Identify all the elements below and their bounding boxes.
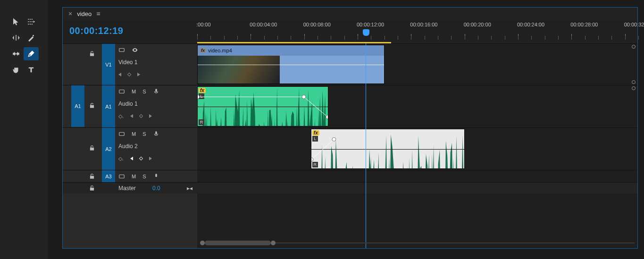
timeline-panel: × video ≡ 00:00:12:19 :00:0000:00:0 [62,7,638,249]
track-lane-a2[interactable]: fx L R [197,127,637,170]
add-keyframe-icon[interactable] [139,157,143,160]
ripple-edit-tool[interactable] [8,31,24,44]
selection-tool[interactable] [8,15,24,28]
sequence-tab[interactable]: video [77,10,92,17]
time-ruler[interactable]: :00:0000:00:04:0000:00:08:0000:00:12:000… [197,20,637,43]
track-target-v1[interactable]: V1 [102,44,115,85]
track-marker[interactable] [632,80,636,84]
hand-tool[interactable] [8,63,24,76]
tool-palette [0,0,48,259]
pen-tool[interactable] [24,47,39,60]
master-label: Master [118,185,136,192]
ruler-label: :00:00 [196,22,211,27]
svg-rect-1 [119,90,125,93]
eye-icon[interactable] [132,47,138,53]
lock-icon[interactable] [89,102,95,110]
track-marker[interactable] [632,86,636,90]
close-icon[interactable]: × [68,10,72,17]
zoom-handle-left[interactable] [200,241,205,245]
track-headers: V1 Video 1 A1 A1 [63,43,197,248]
slip-tool[interactable] [8,47,24,60]
sync-lock-icon[interactable] [118,131,125,137]
mute-toggle[interactable]: M [132,131,136,137]
audio-clip-a2[interactable]: fx L R [311,129,465,169]
solo-toggle[interactable]: S [142,89,146,94]
track-name-v1[interactable]: Video 1 [118,56,194,68]
razor-tool[interactable] [24,31,39,44]
track-target-a1[interactable]: A1 [102,85,115,127]
lock-icon[interactable] [89,145,95,153]
svg-rect-3 [119,175,125,178]
voiceover-icon[interactable] [153,173,159,180]
timeline-header: 00:00:12:19 :00:0000:00:04:0000:00:08:00… [63,20,637,43]
solo-toggle[interactable]: S [142,131,146,137]
ruler-label: 00:00:24:00 [517,22,544,27]
ruler-label: 00:00:28:00 [570,22,598,27]
next-keyframe-icon[interactable] [149,157,152,160]
sync-lock-icon[interactable] [118,88,125,95]
lock-icon[interactable] [89,185,95,193]
next-keyframe-icon[interactable] [149,114,152,118]
source-patch-a1[interactable]: A1 [71,85,84,127]
playhead-timecode[interactable]: 00:00:12:19 [69,25,123,36]
scrollbar-thumb[interactable] [205,241,271,245]
track-name-a2[interactable]: Audio 2 [118,140,194,152]
ruler-label: 00:00:16:00 [410,22,437,27]
panel-tabbar: × video ≡ [63,8,637,20]
prev-keyframe-icon[interactable] [118,73,121,76]
fx-badge: fx [200,48,206,53]
clip-thumbnail [198,56,280,84]
ruler-label: 00:00:08:00 [303,22,331,27]
volume-rubber-band[interactable] [311,129,464,169]
track-header-v1: V1 Video 1 [63,43,197,85]
mute-toggle[interactable]: M [132,174,136,179]
voiceover-icon[interactable] [153,131,159,137]
type-tool[interactable] [24,63,39,76]
lock-icon[interactable] [89,50,95,58]
keyframe-mode-icon[interactable]: ◇. [118,156,124,162]
audio-clip-a1[interactable]: fx L R [197,86,328,126]
panel-menu-icon[interactable]: ≡ [96,10,100,17]
svg-point-5 [302,95,306,99]
svg-point-8 [332,137,336,141]
horizontal-zoom-scrollbar[interactable] [197,240,637,246]
add-keyframe-icon[interactable] [127,73,131,76]
track-body[interactable]: fx video.mp4 fx L R [197,43,637,248]
track-lane-a3[interactable] [197,170,637,182]
ruler-label: 00:00:04:00 [250,22,277,27]
solo-toggle[interactable]: S [142,174,146,179]
prev-keyframe-icon[interactable] [130,157,133,160]
master-value[interactable]: 0.0 [152,185,160,192]
track-header-master: Master 0.0 ▸◂ [63,182,197,193]
track-target-a3[interactable]: A3 [102,170,115,182]
track-lane-v1[interactable]: fx video.mp4 [197,43,637,85]
svg-rect-0 [119,49,125,52]
mute-toggle[interactable]: M [132,89,136,94]
track-target-a2[interactable]: A2 [102,128,115,170]
volume-rubber-band[interactable] [198,87,328,126]
lock-icon[interactable] [89,173,95,181]
track-name-a1[interactable]: Audio 1 [118,98,194,110]
ruler-label: 00:00:20:00 [464,22,491,27]
track-marker[interactable] [632,45,636,49]
video-clip[interactable]: fx video.mp4 [197,45,385,84]
track-header-a1: A1 A1 M S Audio 1 ◇. [63,85,197,127]
opacity-rubber-band[interactable] [198,65,384,65]
voiceover-icon[interactable] [153,88,159,95]
ruler-label: 00:00:32 [624,22,644,27]
svg-point-4 [198,95,200,99]
track-lane-master[interactable] [197,182,637,193]
prev-keyframe-icon[interactable] [130,114,133,118]
sync-lock-icon[interactable] [118,173,125,180]
play-around-icon[interactable]: ▸◂ [187,185,192,192]
track-header-a3: A3 M S [63,170,197,182]
ruler-label: 00:00:12:00 [357,22,384,27]
svg-rect-2 [119,133,125,136]
track-lane-a1[interactable]: fx L R [197,85,637,127]
track-select-tool[interactable] [24,15,39,28]
keyframe-mode-icon[interactable]: ◇. [118,113,124,119]
zoom-handle-right[interactable] [271,241,276,245]
add-keyframe-icon[interactable] [139,114,143,118]
next-keyframe-icon[interactable] [137,73,140,76]
sync-lock-icon[interactable] [118,47,125,53]
